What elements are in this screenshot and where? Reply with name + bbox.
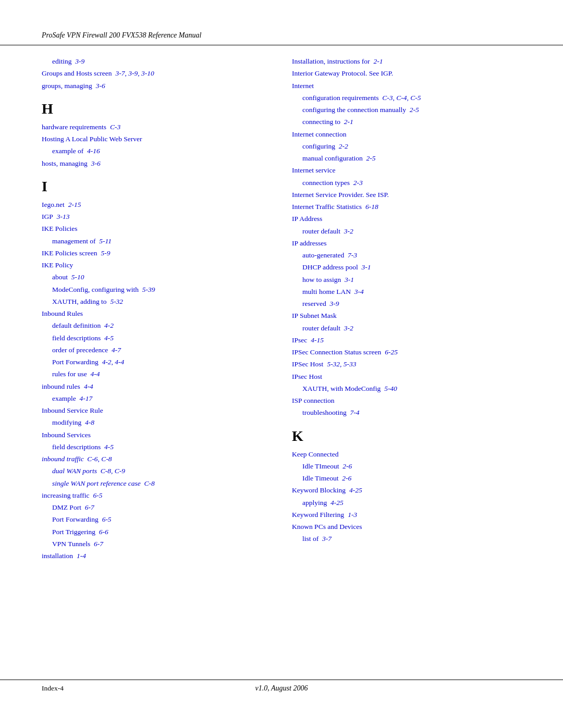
list-item: Internet service	[292, 165, 521, 176]
list-item: configuration requirements C-3, C-4, C-5	[292, 92, 521, 103]
list-item: Hosting A Local Public Web Server	[42, 133, 271, 144]
list-item: Port Triggering 6-6	[42, 526, 271, 537]
list-item: IP Address	[292, 213, 521, 224]
list-item: Inbound Service Rule	[42, 405, 271, 416]
section-k-letter: K	[292, 428, 521, 445]
list-item: VPN Tunnels 6-7	[42, 538, 271, 549]
list-item: XAUTH, with ModeConfig 5-40	[292, 383, 521, 394]
list-item: groups, managing 3-6	[42, 80, 271, 91]
list-item: installation 1-4	[42, 550, 271, 561]
list-item: Port Forwarding 6-5	[42, 514, 271, 525]
list-item: order of precedence 4-7	[42, 344, 271, 355]
list-item: Groups and Hosts screen 3-7, 3-9, 3-10	[42, 68, 271, 79]
list-item: Keep Connected	[292, 449, 521, 460]
list-item: list of 3-7	[292, 533, 521, 544]
list-item: modifying 4-8	[42, 417, 271, 428]
list-item: manual configuration 2-5	[292, 153, 521, 164]
list-item: router default 3-2	[292, 323, 521, 334]
list-item: IPSec Connection Status screen 6-25	[292, 347, 521, 357]
list-item: DMZ Port 6-7	[42, 502, 271, 513]
list-item: inbound rules 4-4	[42, 381, 271, 392]
list-item: default definition 4-2	[42, 320, 271, 331]
list-item: editing 3-9	[42, 56, 271, 67]
list-item: how to assign 3-1	[292, 274, 521, 285]
section-h-letter: H	[42, 101, 271, 117]
list-item: hosts, managing 3-6	[42, 158, 271, 169]
list-item: field descriptions 4-5	[42, 441, 271, 452]
list-item: IKE Policies screen 5-9	[42, 248, 271, 258]
list-item: Interior Gateway Protocol. See IGP.	[292, 68, 521, 79]
list-item: IP addresses	[292, 238, 521, 249]
list-item: Internet connection	[292, 129, 521, 140]
list-item: Inbound Rules	[42, 308, 271, 319]
list-item: auto-generated 7-3	[292, 250, 521, 261]
list-item: Known PCs and Devices	[292, 521, 521, 532]
entry-text: editing 3-9	[42, 57, 84, 65]
list-item: router default 3-2	[292, 226, 521, 237]
list-item: Internet Traffic Statistics 6-18	[292, 201, 521, 212]
header-title: ProSafe VPN Firewall 200 FVX538 Referenc…	[42, 31, 201, 39]
list-item: IPSec Host 5-32, 5-33	[292, 359, 521, 369]
list-item: Idle Timeout 2-6	[292, 473, 521, 484]
list-item: XAUTH, adding to 5-32	[42, 296, 271, 307]
list-item: single WAN port reference case C-8	[42, 478, 271, 489]
list-item: Internet	[292, 80, 521, 91]
left-column: editing 3-9 Groups and Hosts screen 3-7,…	[42, 56, 271, 562]
list-item: example 4-17	[42, 393, 271, 404]
section-i-letter: I	[42, 178, 271, 195]
page: ProSafe VPN Firewall 200 FVX538 Referenc…	[0, 0, 563, 728]
footer-version: v1.0, August 2006	[255, 684, 308, 693]
list-item: Idle TImeout 2-6	[292, 461, 521, 472]
list-item: Port Forwarding 4-2, 4-4	[42, 356, 271, 367]
list-item: ISP connection	[292, 395, 521, 406]
list-item: rules for use 4-4	[42, 368, 271, 379]
list-item: reserved 3-9	[292, 298, 521, 309]
list-item: troubleshooting 7-4	[292, 407, 521, 418]
list-item: IKE Policy	[42, 260, 271, 270]
list-item: IP Subnet Mask	[292, 310, 521, 321]
list-item: Inbound Services	[42, 429, 271, 440]
list-item: Installation, instructions for 2-1	[292, 56, 521, 67]
list-item: field descriptions 4-5	[42, 332, 271, 343]
list-item: ModeConfig, configuring with 5-39	[42, 284, 271, 295]
list-item: applying 4-25	[292, 497, 521, 508]
list-item: Iego.net 2-15	[42, 199, 271, 210]
list-item: management of 5-11	[42, 236, 271, 246]
list-item: inbound traffic C-6, C-8	[42, 453, 271, 464]
list-item: Keyword Blocking 4-25	[292, 485, 521, 496]
page-header: ProSafe VPN Firewall 200 FVX538 Referenc…	[0, 0, 563, 45]
list-item: increasing traffic 6-5	[42, 490, 271, 501]
main-content: editing 3-9 Groups and Hosts screen 3-7,…	[0, 56, 563, 562]
list-item: connecting to 2-1	[292, 116, 521, 127]
list-item: connection types 2-3	[292, 177, 521, 188]
list-item: multi home LAN 3-4	[292, 286, 521, 297]
list-item: IPsec Host	[292, 371, 521, 382]
list-item: dual WAN ports C-8, C-9	[42, 465, 271, 476]
list-item: IPsec 4-15	[292, 335, 521, 346]
list-item: configuring 2-2	[292, 141, 521, 152]
right-column: Installation, instructions for 2-1 Inter…	[292, 56, 521, 562]
page-footer: Index-4 v1.0, August 2006	[0, 680, 563, 697]
list-item: example of 4-16	[42, 145, 271, 156]
list-item: Internet Service Provider. See ISP.	[292, 189, 521, 200]
list-item: Keyword Filtering 1-3	[292, 509, 521, 520]
list-item: IKE Policies	[42, 223, 271, 234]
list-item: DHCP address pool 3-1	[292, 262, 521, 273]
footer-index: Index-4	[42, 684, 64, 693]
list-item: IGP 3-13	[42, 211, 271, 222]
list-item: hardware requirements C-3	[42, 121, 271, 132]
list-item: configuring the connection manually 2-5	[292, 104, 521, 115]
list-item: about 5-10	[42, 272, 271, 282]
